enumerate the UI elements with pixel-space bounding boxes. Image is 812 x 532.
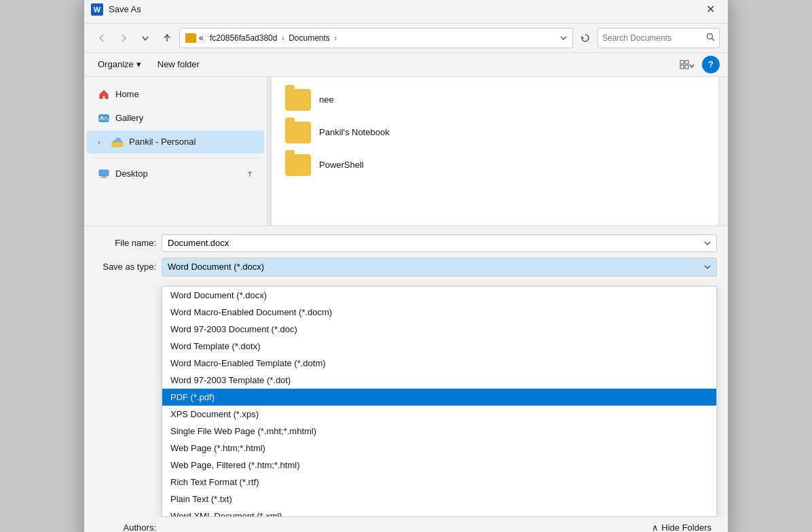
address-chevron-button[interactable] [560,33,567,43]
file-list-scrollbar[interactable] [718,77,728,226]
search-icon [706,33,715,43]
file-list: nee Pankil's Notebook PowerShell [272,77,718,226]
forward-button[interactable] [114,29,133,48]
cloud-folder-icon [111,136,124,148]
search-box[interactable] [597,28,720,48]
svg-rect-10 [99,170,109,176]
filename-dropdown-arrow [704,241,711,246]
dropdown-item-13[interactable]: Word XML Document (*.xml) [162,508,716,517]
organize-button[interactable]: Organize ▾ [92,56,147,73]
pankil-chevron: › [98,138,106,146]
dropdown-item-11[interactable]: Rich Text Format (*.rtf) [162,474,716,491]
svg-rect-12 [100,177,107,178]
sidebar: Home Gallery › [84,77,267,226]
toolbar: Organize ▾ New folder ? [84,53,728,77]
path-segment-2[interactable]: Documents [289,33,330,43]
address-bar[interactable]: « fc20856fa5ad380d › Documents › [179,28,573,48]
folder-icon-notebook [285,122,311,143]
refresh-button[interactable] [576,29,595,48]
svg-rect-5 [680,65,684,69]
title-bar: W Save As ✕ [84,0,728,24]
sidebar-divider [92,158,259,158]
view-button[interactable] [678,56,697,73]
address-path: « fc20856fa5ad380d › Documents › [199,33,339,43]
filename-input[interactable] [168,238,704,248]
authors-section: Authors: [95,522,162,533]
new-folder-label: New folder [158,59,200,69]
sidebar-pankil-label: Pankil - Personal [129,137,196,147]
dropdown-item-12[interactable]: Plain Text (*.txt) [162,491,716,508]
gallery-icon [98,112,110,124]
desktop-icon [98,168,110,180]
search-input[interactable] [602,33,703,43]
word-icon: W [91,3,103,16]
path-prefix: « [199,33,204,43]
path-arrow-1: › [282,33,287,43]
sidebar-desktop-label: Desktop [115,169,148,179]
nav-bar: « fc20856fa5ad380d › Documents › [84,24,728,53]
dropdown-item-8[interactable]: Single File Web Page (*.mht;*.mhtml) [162,423,716,440]
svg-rect-9 [112,142,123,147]
filename-input-wrapper[interactable] [162,234,717,252]
svg-rect-3 [680,60,684,64]
sidebar-item-pankil[interactable]: › Pankil - Personal [87,130,264,154]
path-arrow-2: › [334,33,337,43]
dropdown-item-9[interactable]: Web Page (*.htm;*.html) [162,440,716,457]
address-folder-icon [185,33,196,43]
close-button[interactable]: ✕ [701,0,720,19]
savetype-label: Save as type: [95,262,156,272]
title-bar-left: W Save As [91,3,141,16]
organize-label: Organize [98,59,134,69]
sidebar-item-home[interactable]: Home [87,83,264,106]
content-area: Home Gallery › [84,77,728,226]
savetype-row: Save as type: Word Document (*.docx) [95,258,717,277]
svg-rect-7 [99,115,109,122]
dropdown-item-4[interactable]: Word Macro-Enabled Template (*.dotm) [162,355,716,372]
form-area: File name: Save as type: Word Document (… [84,226,728,286]
file-item-notebook[interactable]: Pankil's Notebook [282,118,707,147]
authors-label: Authors: [95,522,156,533]
save-as-dialog: W Save As ✕ « fc20856fa5ad380d › Documen… [84,0,728,532]
new-folder-button[interactable]: New folder [152,56,205,73]
filename-row: File name: [95,234,717,252]
sidebar-home-label: Home [115,89,139,99]
savetype-dropdown-arrow [704,264,711,270]
svg-rect-11 [102,176,106,177]
sidebar-item-gallery[interactable]: Gallery [87,107,264,130]
svg-point-1 [707,33,713,39]
dialog-title: Save As [109,4,141,14]
dropdown-item-2[interactable]: Word 97-2003 Document (*.doc) [162,321,716,338]
file-name-notebook: Pankil's Notebook [319,127,390,137]
home-icon [98,88,110,101]
file-item-powershell[interactable]: PowerShell [282,150,707,180]
pin-icon [246,171,253,177]
path-dropdown-button[interactable] [136,29,155,48]
svg-line-2 [712,38,715,41]
path-segment-1[interactable]: fc20856fa5ad380d [210,33,277,43]
folder-icon-powershell [285,154,311,176]
dropdown-item-5[interactable]: Word 97-2003 Template (*.dot) [162,372,716,389]
svg-rect-4 [685,60,688,64]
dropdown-item-1[interactable]: Word Macro-Enabled Document (*.docm) [162,304,716,321]
sidebar-gallery-label: Gallery [115,113,143,123]
back-button[interactable] [92,29,111,48]
savetype-dropdown-list: Word Document (*.docx) Word Macro-Enable… [162,286,717,517]
savetype-dropdown[interactable]: Word Document (*.docx) [162,258,717,277]
filename-label: File name: [95,238,156,248]
folder-icon-nee [285,89,311,111]
dropdown-item-6[interactable]: PDF (*.pdf) [162,389,716,406]
help-button[interactable]: ? [702,56,720,73]
hide-folders-label: Hide Folders [661,522,712,533]
dropdown-item-0[interactable]: Word Document (*.docx) [162,287,716,304]
dropdown-item-10[interactable]: Web Page, Filtered (*.htm;*.html) [162,457,716,474]
svg-rect-6 [685,65,688,69]
file-name-nee: nee [319,94,334,105]
dropdown-item-7[interactable]: XPS Document (*.xps) [162,406,716,423]
up-button[interactable] [158,29,177,48]
file-item-nee[interactable]: nee [282,85,707,115]
hide-folders-button[interactable]: ∧ Hide Folders [646,520,717,533]
hide-folders-arrow: ∧ [652,522,659,533]
authors-hide-row: Authors: ∧ Hide Folders [84,517,728,533]
dropdown-item-3[interactable]: Word Template (*.dotx) [162,338,716,355]
sidebar-item-desktop[interactable]: Desktop [87,162,264,185]
